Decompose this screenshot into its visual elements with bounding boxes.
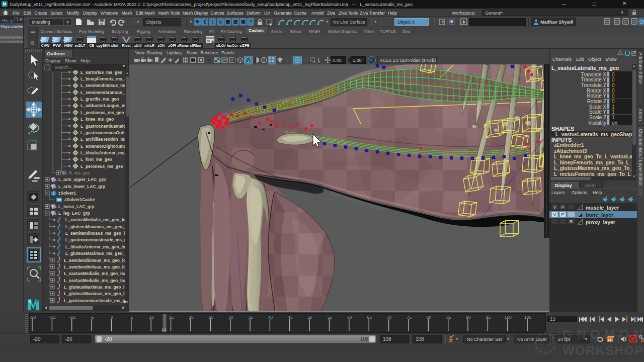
svg-text:+: + <box>30 208 32 211</box>
svg-text:THE: THE <box>554 333 559 342</box>
svg-text:WORKSHOP: WORKSHOP <box>562 343 643 357</box>
svg-text:GNOMON: GNOMON <box>562 327 643 341</box>
svg-text:z: z <box>53 192 55 195</box>
svg-text:T: T <box>231 58 233 62</box>
